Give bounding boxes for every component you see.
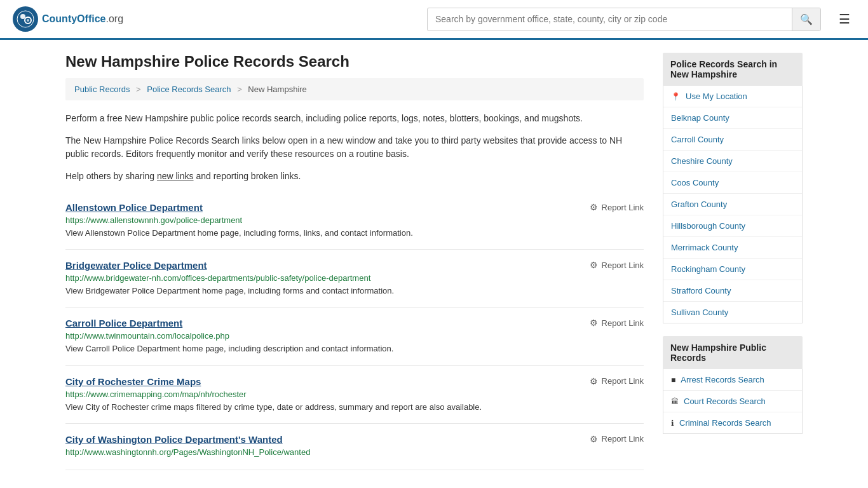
sidebar-pub-label: Arrest Records Search [681,375,764,384]
sidebar-police-item-4[interactable]: Coos County [663,172,802,194]
sidebar-pub-item-0[interactable]: ■Arrest Records Search [663,369,802,391]
report-link-3[interactable]: ⚙ Report Link [590,376,644,386]
pub-icon-0: ■ [671,376,675,384]
sidebar: Police Records Search in New Hampshire 📍… [663,53,803,470]
sidebar-pub-item-1[interactable]: 🏛Court Records Search [663,391,802,412]
sidebar-police-section: Police Records Search in New Hampshire 📍… [663,53,803,323]
result-title-2[interactable]: Carroll Police Department [65,318,182,329]
menu-button[interactable]: ☰ [834,9,855,29]
sidebar-item-label: Belknap County [671,113,729,123]
sidebar-police-item-1[interactable]: Belknap County [663,107,802,129]
result-desc-2: View Carroll Police Department home page… [65,343,644,355]
description-1: Perform a free New Hampshire public poli… [65,112,644,125]
logo-suffix: .org [105,13,123,24]
logo-icon [13,6,38,32]
sidebar-pub-label: Court Records Search [684,396,766,406]
result-header: City of Washington Police Department's W… [65,434,644,445]
result-title-4[interactable]: City of Washington Police Department's W… [65,434,283,445]
result-header: Bridgewater Police Department ⚙ Report L… [65,260,644,271]
sidebar-item-label: Use My Location [686,92,747,101]
desc3-suffix: and reporting broken links. [194,171,301,181]
location-icon: 📍 [671,92,681,101]
sidebar-police-item-7[interactable]: Merrimack County [663,237,802,259]
breadcrumb-sep-1: > [136,85,141,94]
sidebar-police-header: Police Records Search in New Hampshire [663,53,803,86]
sidebar-police-item-0[interactable]: 📍Use My Location [663,86,802,107]
breadcrumb: Public Records > Police Records Search >… [65,78,644,100]
description-3: Help others by sharing new links and rep… [65,170,644,183]
main-container: New Hampshire Police Records Search Publ… [53,40,815,483]
search-bar: 🔍 [427,8,821,31]
breadcrumb-current: New Hampshire [248,85,306,94]
report-link-0[interactable]: ⚙ Report Link [590,202,644,212]
hamburger-icon: ☰ [839,12,850,26]
search-icon: 🔍 [800,14,813,25]
result-title-3[interactable]: City of Rochester Crime Maps [65,376,201,387]
sidebar-police-item-10[interactable]: Sullivan County [663,302,802,323]
sidebar-police-item-5[interactable]: Grafton County [663,194,802,215]
result-url-2[interactable]: http://www.twinmountain.com/localpolice.… [65,331,644,341]
sidebar-police-item-8[interactable]: Rockingham County [663,259,802,280]
new-links-link[interactable]: new links [157,171,194,181]
result-item: Allenstown Police Department ⚙ Report Li… [65,192,644,250]
result-url-4[interactable]: http://www.washingtonnh.org/Pages/Washin… [65,447,644,457]
result-item: City of Washington Police Department's W… [65,424,644,470]
sidebar-police-item-2[interactable]: Carroll County [663,129,802,151]
site-header: CountyOffice.org 🔍 ☰ [0,0,868,40]
breadcrumb-sep-2: > [237,85,242,94]
sidebar-item-label: Rockingham County [671,264,745,274]
result-url-3[interactable]: https://www.crimemapping.com/map/nh/roch… [65,390,644,399]
sidebar-item-label: Hillsborough County [671,221,745,231]
result-title-1[interactable]: Bridgewater Police Department [65,260,207,271]
svg-point-1 [20,14,25,19]
report-icon-3: ⚙ [590,376,598,386]
sidebar-pub-item-2[interactable]: ℹCriminal Records Search [663,412,802,433]
sidebar-police-item-3[interactable]: Cheshire County [663,151,802,172]
breadcrumb-police-records-search[interactable]: Police Records Search [147,85,231,94]
logo-svg [17,10,34,28]
report-icon-0: ⚙ [590,202,598,212]
sidebar-item-label: Coos County [671,178,719,187]
report-icon-1: ⚙ [590,260,598,270]
sidebar-police-item-6[interactable]: Hillsborough County [663,215,802,237]
report-link-4[interactable]: ⚙ Report Link [590,434,644,444]
content-area: New Hampshire Police Records Search Publ… [65,53,644,470]
result-title-0[interactable]: Allenstown Police Department [65,202,203,213]
result-desc-3: View City of Rochester crime maps filter… [65,402,644,413]
sidebar-item-label: Grafton County [671,200,727,209]
report-icon-4: ⚙ [590,434,598,444]
result-item: Carroll Police Department ⚙ Report Link … [65,308,644,365]
sidebar-pub-label: Criminal Records Search [679,418,771,428]
sidebar-public-section: New Hampshire Public Records ■Arrest Rec… [663,336,803,434]
svg-point-3 [27,19,29,22]
search-input[interactable] [428,9,792,29]
report-icon-2: ⚙ [590,318,598,328]
report-link-1[interactable]: ⚙ Report Link [590,260,644,270]
sidebar-item-label: Cheshire County [671,156,733,166]
sidebar-public-list: ■Arrest Records Search🏛Court Records Sea… [663,369,803,434]
result-header: City of Rochester Crime Maps ⚙ Report Li… [65,376,644,387]
result-url-1[interactable]: http://www.bridgewater-nh.com/offices-de… [65,273,644,283]
sidebar-public-header: New Hampshire Public Records [663,336,803,369]
logo-link[interactable]: CountyOffice.org [13,6,123,32]
sidebar-item-label: Strafford County [671,286,731,295]
search-button[interactable]: 🔍 [792,8,820,30]
pub-icon-1: 🏛 [671,397,679,406]
sidebar-item-label: Sullivan County [671,308,728,317]
page-title: New Hampshire Police Records Search [65,53,644,71]
sidebar-item-label: Merrimack County [671,243,738,252]
result-header: Allenstown Police Department ⚙ Report Li… [65,202,644,213]
logo-text: CountyOffice.org [42,13,123,25]
sidebar-police-list: 📍Use My LocationBelknap CountyCarroll Co… [663,86,803,323]
description-2: The New Hampshire Police Records Search … [65,134,644,161]
breadcrumb-public-records[interactable]: Public Records [74,85,130,94]
results-list: Allenstown Police Department ⚙ Report Li… [65,192,644,470]
sidebar-police-item-9[interactable]: Strafford County [663,280,802,302]
result-item: City of Rochester Crime Maps ⚙ Report Li… [65,366,644,424]
result-desc-0: View Allenstown Police Department home p… [65,227,644,239]
logo-main: CountyOffice [42,13,105,24]
result-header: Carroll Police Department ⚙ Report Link [65,318,644,329]
report-link-2[interactable]: ⚙ Report Link [590,318,644,328]
result-item: Bridgewater Police Department ⚙ Report L… [65,250,644,308]
result-url-0[interactable]: https://www.allenstownnh.gov/police-depa… [65,215,644,225]
